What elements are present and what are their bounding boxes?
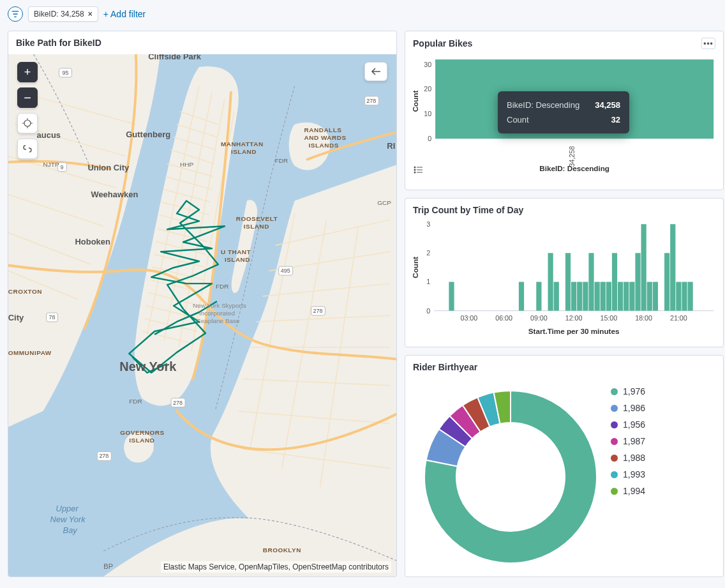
svg-text:BROOKLYN: BROOKLYN [263, 547, 301, 554]
locate-button[interactable] [17, 113, 38, 133]
panel-options-button[interactable]: ••• [701, 38, 715, 49]
legend-item[interactable]: 1,956 [611, 419, 645, 430]
svg-text:9: 9 [61, 164, 64, 170]
svg-text:U THANT: U THANT [221, 248, 251, 255]
legend-swatch [611, 455, 618, 462]
legend-swatch [611, 471, 618, 478]
svg-text:Count: Count [412, 257, 419, 278]
legend-item[interactable]: 1,976 [611, 386, 645, 396]
legend-swatch [611, 388, 618, 395]
svg-text:FDR: FDR [216, 283, 228, 290]
svg-rect-104 [688, 282, 693, 311]
legend-item[interactable]: 1,986 [611, 403, 645, 413]
svg-text:1: 1 [426, 278, 430, 285]
legend-swatch [611, 405, 618, 412]
svg-rect-88 [588, 253, 594, 310]
svg-text:FDR: FDR [129, 398, 142, 405]
svg-text:278: 278 [99, 453, 108, 459]
legend-swatch [611, 488, 618, 495]
svg-rect-83 [554, 282, 559, 311]
trip-count-chart[interactable]: Count012303:0006:0009:0012:0015:0018:002… [412, 219, 717, 337]
svg-text:HHP: HHP [180, 161, 193, 168]
svg-rect-82 [548, 253, 553, 310]
svg-point-67 [414, 167, 416, 169]
svg-text:18:00: 18:00 [635, 314, 652, 322]
svg-text:95: 95 [63, 70, 69, 76]
legend-item[interactable]: 1,987 [611, 436, 645, 446]
svg-text:Guttenberg: Guttenberg [126, 130, 170, 139]
tooltip-key: Count [507, 115, 529, 124]
rider-birthyear-panel: Rider Birthyear 1,9761,9861,9561,9871,98… [405, 355, 724, 577]
svg-text:OMMUNIPAW: OMMUNIPAW [8, 349, 52, 356]
svg-text:Weehawken: Weehawken [91, 190, 138, 199]
tooltip-value: 34,258 [595, 100, 620, 110]
svg-text:Cliffside Park: Cliffside Park [148, 54, 202, 61]
svg-rect-93 [618, 282, 623, 311]
add-filter-button[interactable]: + Add filter [103, 9, 146, 19]
svg-text:New York: New York [50, 515, 87, 524]
svg-text:ISLANDS: ISLANDS [309, 142, 339, 149]
legend-toggle-button[interactable] [412, 164, 424, 176]
svg-text:New York: New York [119, 359, 177, 373]
svg-text:ISLAND: ISLAND [244, 223, 269, 230]
dashboard-grid: Bike Path for BikeID + − [0, 31, 725, 585]
svg-text:10: 10 [424, 110, 431, 117]
svg-text:15:00: 15:00 [600, 314, 617, 322]
close-icon[interactable]: × [88, 10, 93, 19]
svg-rect-100 [664, 253, 669, 310]
collapse-layers-button[interactable] [364, 62, 387, 81]
filter-bar: BikeID: 34,258 × + Add filter [0, 0, 725, 31]
svg-text:03:00: 03:00 [460, 314, 477, 322]
svg-text:Upper: Upper [56, 504, 79, 513]
svg-text:ISLAND: ISLAND [231, 148, 257, 155]
svg-text:ROOSEVELT: ROOSEVELT [236, 215, 278, 222]
svg-text:Seaplane Base: Seaplane Base [197, 317, 240, 324]
svg-rect-91 [606, 282, 611, 311]
panel-title: Bike Path for BikeID [16, 38, 101, 48]
svg-rect-102 [676, 282, 681, 311]
svg-rect-98 [647, 282, 652, 311]
zoom-in-button[interactable]: + [17, 62, 38, 82]
svg-text:RI: RI [387, 141, 395, 151]
legend-label: 1,956 [623, 419, 645, 430]
legend-item[interactable]: 1,994 [611, 486, 645, 496]
svg-point-69 [414, 169, 416, 171]
svg-text:06:00: 06:00 [495, 314, 512, 322]
legend-label: 1,976 [623, 386, 645, 396]
rider-birthyear-chart[interactable] [412, 381, 603, 566]
legend-icon [414, 166, 422, 174]
map-canvas[interactable]: 95 278 278 278 278 495 78 9 Cliffside Pa… [8, 54, 396, 577]
filter-pill-bikeid[interactable]: BikeID: 34,258 × [28, 6, 98, 22]
svg-text:3: 3 [426, 220, 430, 228]
svg-text:AND WARDS: AND WARDS [304, 134, 347, 141]
minus-icon: − [24, 91, 31, 104]
trip-count-panel: Trip Count by Time of Day Count012303:00… [405, 198, 724, 347]
chart-tooltip: BikeID: Descending 34,258 Count 32 [498, 91, 629, 133]
link-icon [22, 144, 33, 154]
svg-text:0: 0 [428, 135, 431, 142]
svg-text:09:00: 09:00 [530, 314, 548, 322]
svg-rect-84 [565, 253, 571, 310]
svg-text:Count: Count [412, 91, 419, 112]
svg-text:0: 0 [426, 307, 430, 315]
change-filters-button[interactable] [8, 6, 23, 22]
svg-text:BikeID: Descending: BikeID: Descending [539, 164, 609, 172]
svg-text:Hoboken: Hoboken [75, 237, 110, 246]
svg-rect-97 [641, 224, 647, 311]
tooltip-key: BikeID: Descending [507, 100, 579, 110]
svg-text:ISLAND: ISLAND [225, 256, 250, 263]
tools-button[interactable] [17, 139, 38, 159]
svg-point-0 [24, 120, 31, 126]
zoom-out-button[interactable]: − [17, 87, 38, 108]
svg-text:278: 278 [366, 98, 376, 104]
tooltip-value: 32 [611, 115, 620, 124]
svg-rect-86 [577, 282, 582, 311]
legend-item[interactable]: 1,988 [611, 453, 645, 463]
svg-text:Union City: Union City [87, 163, 130, 172]
svg-text:495: 495 [281, 268, 290, 274]
svg-rect-80 [519, 282, 524, 311]
svg-text:30: 30 [424, 61, 431, 68]
svg-text:Bay: Bay [63, 525, 78, 535]
svg-text:278: 278 [313, 308, 323, 314]
legend-item[interactable]: 1,993 [611, 469, 645, 479]
